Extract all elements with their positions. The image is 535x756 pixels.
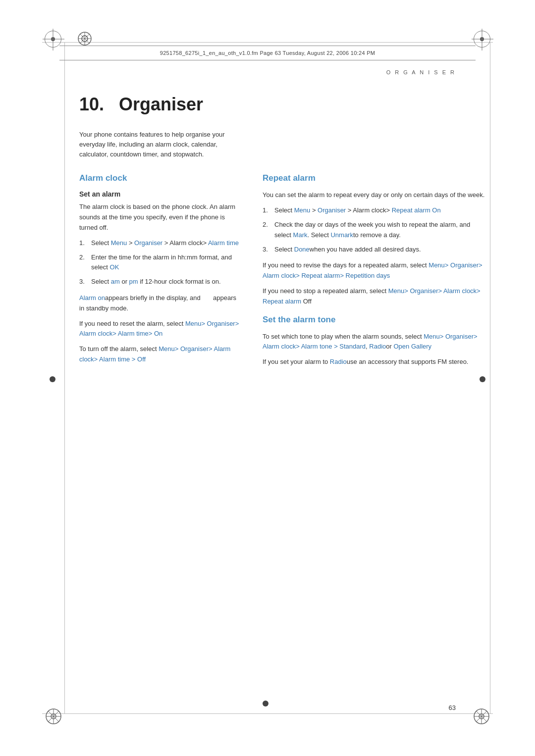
repeat-step-2: 2. Check the day or days of the week you…: [263, 220, 485, 241]
reset-alarm-note: If you need to reset the alarm, select M…: [79, 319, 243, 340]
reset-alarm-link: Menu> Organiser> Alarm clock> Alarm time…: [79, 320, 239, 338]
dot-mark-left-mid: [50, 376, 55, 382]
menu-link-r1: Menu: [294, 206, 311, 214]
alarm-clock-heading: Alarm clock: [79, 173, 243, 183]
bottom-border-line: [42, 713, 493, 714]
reg-mark-tr: [474, 31, 490, 48]
intro-paragraph: Your phone contains features to help org…: [79, 130, 243, 159]
stop-repeated-link: Menu> Organiser> Alarm clock> Repeat ala…: [263, 287, 481, 305]
turn-off-alarm-link: Menu> Organiser> Alarm clock> Alarm time…: [79, 345, 230, 363]
unmark-link: Unmark: [330, 231, 353, 239]
top-border-line: [42, 42, 493, 43]
am-link: am: [111, 278, 120, 285]
alarm-time-link: Alarm time: [208, 239, 239, 247]
right-column: Repeat alarm You can set the alarm to re…: [263, 173, 485, 372]
chapter-number: 10.: [79, 94, 104, 114]
left-border-line: [64, 42, 65, 714]
organiser-link-1: Organiser: [134, 239, 162, 247]
organiser-link-r1: Organiser: [318, 206, 346, 214]
left-column: Alarm clock Set an alarm The alarm clock…: [79, 173, 243, 372]
mark-link: Mark: [293, 231, 308, 239]
revise-days-note: If you need to revise the days for a rep…: [263, 260, 485, 281]
two-column-layout: Alarm clock Set an alarm The alarm clock…: [79, 173, 485, 372]
alarm-on-note: Alarm onappears briefly in the display, …: [79, 293, 243, 314]
reg-mark-br: [473, 707, 490, 725]
radio-note-link: Radio: [330, 358, 347, 365]
ok-link: OK: [110, 263, 119, 271]
page-number: 63: [449, 704, 456, 711]
step-3: 3. Select am or pm if 12-hour clock form…: [79, 277, 243, 287]
right-border-line: [490, 42, 490, 714]
radio-accessory-note: If you set your alarm to Radiouse an acc…: [263, 357, 485, 367]
content-area: 10. Organiser Your phone contains featur…: [79, 84, 485, 692]
stop-repeated-note: If you need to stop a repeated alarm, se…: [263, 286, 485, 307]
set-alarm-body1: The alarm clock is based on the phone cl…: [79, 202, 243, 233]
pm-link: pm: [129, 278, 138, 285]
done-link: Done: [294, 246, 310, 253]
repeat-step-1: 1. Select Menu > Organiser > Alarm clock…: [263, 205, 485, 216]
alarm-on-link: Alarm on: [79, 294, 105, 302]
set-alarm-steps: 1. Select Menu > Organiser > Alarm clock…: [79, 238, 243, 287]
running-header: O r g a n i s e r: [386, 69, 456, 75]
repeat-alarm-steps: 1. Select Menu > Organiser > Alarm clock…: [263, 205, 485, 254]
repeat-step-3: 3. Select Donewhen you have added all de…: [263, 245, 485, 255]
open-gallery-link: Open Gallery: [393, 343, 431, 350]
set-alarm-tone-heading: Set the alarm tone: [263, 315, 485, 325]
on-link-r1: On: [432, 206, 440, 214]
chapter-title-text: Organiser: [119, 94, 203, 114]
dot-mark-bottom-mid: [263, 701, 268, 706]
repeat-alarm-heading: Repeat alarm: [263, 173, 485, 183]
step-2: 2. Enter the time for the alarm in hh:mm…: [79, 252, 243, 273]
radio-link: Radio: [369, 343, 386, 350]
menu-link-1: Menu: [111, 239, 127, 247]
set-an-alarm-heading: Set an alarm: [79, 190, 243, 198]
turn-off-alarm-note: To turn off the alarm, select Menu> Orga…: [79, 344, 243, 365]
reg-mark-bl: [45, 707, 62, 725]
file-info-bar: 9251758_6275i_1_en_au_oth_v1.0.fm Page 6…: [59, 46, 476, 60]
repeat-alarm-body1: You can set the alarm to repeat every da…: [263, 190, 485, 201]
chapter-title: 10. Organiser: [79, 94, 485, 115]
repeat-alarm-link: Repeat alarm: [392, 206, 430, 214]
file-info-text: 9251758_6275i_1_en_au_oth_v1.0.fm Page 6…: [160, 50, 375, 56]
revise-days-link: Menu> Organiser> Alarm clock> Repeat ala…: [263, 261, 482, 279]
spider-mark-tl: [77, 31, 93, 47]
reg-mark-tl: [45, 31, 61, 48]
step-1: 1. Select Menu > Organiser > Alarm clock…: [79, 238, 243, 249]
set-alarm-tone-body: To set which tone to play when the alarm…: [263, 332, 485, 353]
